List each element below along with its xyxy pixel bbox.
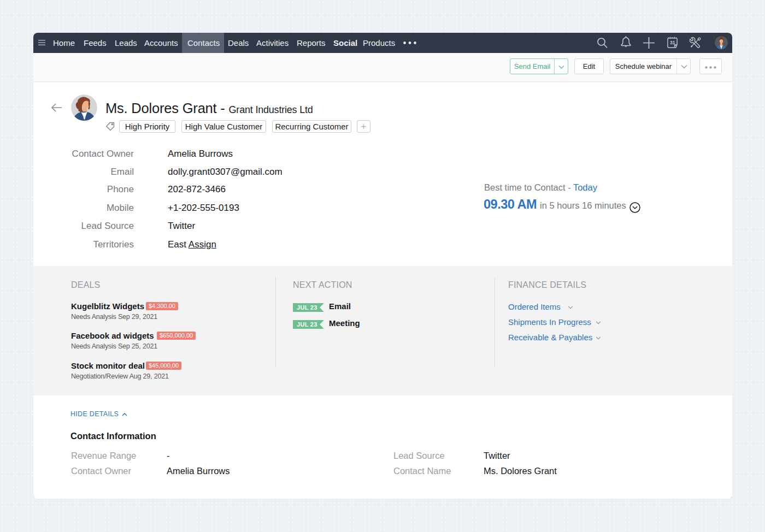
svg-text:31: 31: [670, 40, 675, 45]
